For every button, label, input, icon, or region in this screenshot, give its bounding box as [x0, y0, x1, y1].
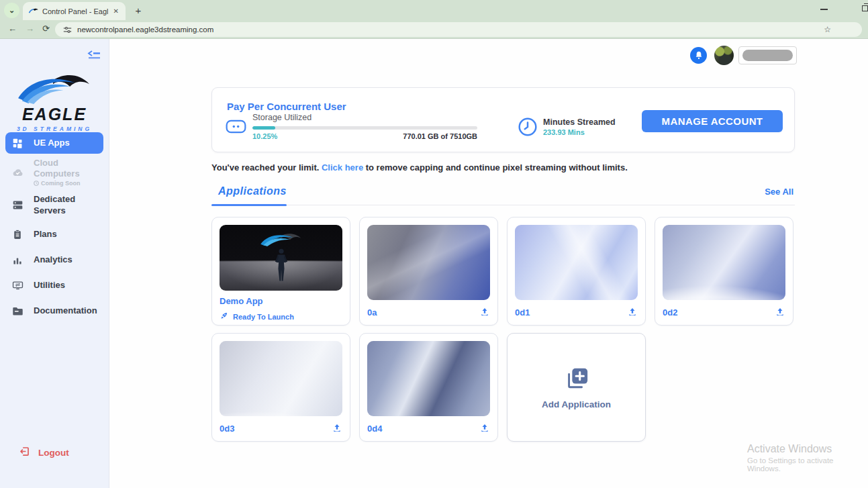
click-here-link[interactable]: Click here: [322, 162, 363, 173]
storage-amount: 770.01 GB of 7510GB: [252, 132, 477, 140]
app-thumbnail: [663, 225, 785, 300]
app-card-0d2[interactable]: 0d2: [655, 217, 793, 326]
notifications-button[interactable]: [690, 47, 707, 64]
sidebar-item-label: Analytics: [34, 254, 97, 265]
main-content: Pay Per Concurrent User Storage Utilized…: [109, 39, 868, 488]
app-name: Demo App: [220, 296, 342, 306]
minutes-streamed-value: 233.93 Mins: [543, 128, 585, 136]
clock-small-icon: [34, 181, 39, 186]
minutes-streamed-label: Minutes Streamed: [543, 117, 616, 127]
logout-icon: [19, 446, 30, 460]
upload-icon[interactable]: [332, 423, 342, 434]
sidebar-item-label: Utilities: [34, 280, 97, 291]
username-redacted: [742, 50, 793, 61]
manage-account-button[interactable]: MANAGE ACCOUNT: [642, 110, 783, 132]
rocket-icon: [220, 311, 228, 323]
servers-icon: [11, 199, 24, 211]
browser-tab[interactable]: Control Panel - Eagle ✕: [23, 2, 126, 20]
sidebar-item-ue-apps[interactable]: UE Apps: [5, 132, 103, 154]
app-name: 0d3: [220, 424, 234, 434]
thumb-character-silhouette: [273, 248, 290, 285]
app-card-demo[interactable]: Demo App Ready To Launch: [211, 217, 350, 326]
app-status: Ready To Launch: [220, 311, 342, 323]
sidebar-item-label: Documentation: [34, 305, 97, 316]
sidebar-item-dedicated-servers[interactable]: Dedicated Servers: [0, 191, 109, 220]
add-application-label: Add Application: [542, 399, 611, 409]
utilities-icon: [11, 281, 24, 291]
tab-title: Control Panel - Eagle: [42, 7, 108, 15]
bookmark-star-icon[interactable]: ☆: [824, 25, 831, 34]
upload-icon[interactable]: [479, 307, 490, 318]
eagle-logo-icon: [15, 70, 94, 105]
sidebar-collapse-icon[interactable]: [87, 50, 100, 60]
back-icon[interactable]: ←: [8, 23, 17, 34]
chevron-down-icon: ⌄: [9, 6, 15, 15]
sidebar-item-plans[interactable]: Plans: [0, 224, 109, 246]
bar-chart-icon: [11, 255, 24, 266]
sidebar-item-label: Dedicated Servers: [34, 194, 97, 216]
folder-icon: [11, 306, 24, 316]
applications-title: Applications: [218, 185, 287, 197]
app-thumbnail: [220, 341, 342, 416]
username-box[interactable]: [738, 46, 797, 64]
sidebar-item-cloud-computers[interactable]: Cloud Computers Coming Soon: [0, 158, 109, 187]
app-card-0d4[interactable]: 0d4: [359, 333, 498, 442]
browser-tab-strip: ⌄ Control Panel - Eagle ✕ +: [0, 0, 868, 20]
app-card-0d3[interactable]: 0d3: [211, 333, 350, 442]
app-name: 0d1: [515, 307, 530, 318]
watermark-subtitle: Go to Settings to activate Windows.: [747, 456, 868, 473]
storage-progress-fill: [252, 126, 275, 130]
plan-title: Pay Per Concurrent User: [227, 101, 346, 112]
thumb-eagle-logo-icon: [259, 232, 303, 249]
tab-search-button[interactable]: ⌄: [4, 3, 19, 18]
app-thumbnail: [367, 225, 490, 300]
site-favicon-icon: [28, 5, 38, 17]
window-restore-button[interactable]: [862, 5, 868, 11]
upload-icon[interactable]: [775, 307, 785, 318]
bell-icon: [694, 50, 704, 60]
address-bar[interactable]: newcontrolpanel.eagle3dstreaming.com ☆: [55, 22, 862, 37]
billing-summary-card: Pay Per Concurrent User Storage Utilized…: [211, 87, 795, 152]
user-avatar[interactable]: [714, 46, 734, 65]
applications-header: Applications See All: [211, 184, 795, 205]
sidebar-item-documentation[interactable]: Documentation: [0, 301, 109, 322]
grid-icon: [11, 138, 24, 149]
app-status-text: Ready To Launch: [233, 313, 294, 321]
window-minimize-button[interactable]: [820, 9, 828, 10]
sidebar-item-utilities[interactable]: Utilities: [0, 275, 109, 297]
see-all-link[interactable]: See All: [765, 187, 793, 197]
app-thumbnail: [220, 225, 342, 291]
sidebar-item-label: Cloud Computers: [34, 158, 101, 180]
forward-icon[interactable]: →: [26, 23, 34, 34]
add-application-card[interactable]: Add Application: [507, 333, 646, 442]
applications-title-underline: [211, 204, 287, 206]
tab-close-icon[interactable]: ✕: [112, 7, 120, 15]
storage-label: Storage Utilized: [252, 113, 311, 122]
sidebar-item-analytics[interactable]: Analytics: [0, 250, 109, 271]
app-card-0d1[interactable]: 0d1: [507, 217, 646, 326]
app-thumbnail: [367, 341, 490, 416]
new-tab-button[interactable]: +: [132, 3, 145, 17]
coming-soon-badge: Coming Soon: [34, 180, 101, 187]
add-application-icon: [564, 365, 589, 393]
logout-button[interactable]: Logout: [19, 446, 69, 460]
brand-name: EAGLE: [0, 105, 109, 124]
app-name: 0d4: [367, 424, 382, 434]
sidebar: EAGLE 3D STREAMING UE Apps Cloud Compute…: [0, 39, 109, 488]
upload-icon[interactable]: [479, 423, 490, 434]
clock-icon: [518, 117, 538, 140]
sidebar-item-label: UE Apps: [34, 138, 97, 148]
app-thumbnail: [515, 225, 638, 300]
site-settings-icon[interactable]: [63, 26, 72, 34]
limit-notice-suffix: to remove capping and continue pixel str…: [363, 162, 628, 173]
reload-icon[interactable]: ⟳: [42, 23, 50, 34]
cloud-icon: [11, 167, 24, 177]
app-card-0a[interactable]: 0a: [359, 217, 498, 326]
url-text: newcontrolpanel.eagle3dstreaming.com: [77, 26, 818, 34]
app-name: 0a: [367, 307, 377, 318]
limit-notice-prefix: You've reached your limit.: [211, 162, 322, 173]
brand-tagline: 3D STREAMING: [0, 126, 109, 132]
upload-icon[interactable]: [627, 307, 638, 318]
app-name: 0d2: [663, 307, 677, 318]
storage-progress-bar: [252, 126, 477, 130]
